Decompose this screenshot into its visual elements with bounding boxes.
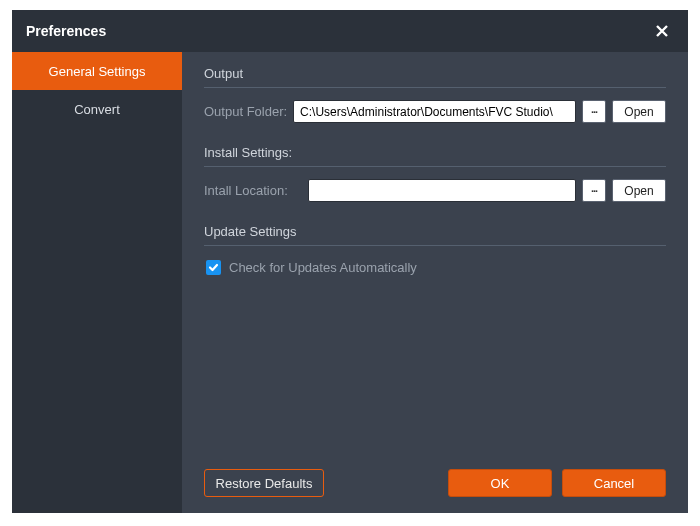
auto-update-label: Check for Updates Automatically — [229, 260, 417, 275]
restore-defaults-button[interactable]: Restore Defaults — [204, 469, 324, 497]
install-location-label: Intall Location: — [204, 183, 302, 198]
tab-general-settings[interactable]: General Settings — [12, 52, 182, 90]
install-location-row: Intall Location: ··· Open — [204, 179, 666, 202]
ellipsis-icon: ··· — [591, 185, 597, 197]
auto-update-checkbox[interactable] — [206, 260, 221, 275]
install-browse-button[interactable]: ··· — [582, 179, 606, 202]
titlebar: Preferences — [12, 10, 688, 52]
output-folder-row: Output Folder: ··· Open — [204, 100, 666, 123]
close-button[interactable] — [650, 19, 674, 43]
footer: Restore Defaults OK Cancel — [204, 459, 666, 497]
ok-button[interactable]: OK — [448, 469, 552, 497]
output-browse-button[interactable]: ··· — [582, 100, 606, 123]
update-section-title: Update Settings — [204, 224, 666, 246]
output-folder-input[interactable] — [293, 100, 576, 123]
install-open-button[interactable]: Open — [612, 179, 666, 202]
auto-update-row: Check for Updates Automatically — [204, 260, 666, 275]
tab-label: General Settings — [49, 64, 146, 79]
dialog-title: Preferences — [26, 23, 106, 39]
close-icon — [655, 24, 669, 38]
check-icon — [208, 262, 219, 273]
install-location-input[interactable] — [308, 179, 576, 202]
tab-label: Convert — [74, 102, 120, 117]
preferences-dialog: Preferences General Settings Convert Out… — [12, 10, 688, 513]
cancel-button[interactable]: Cancel — [562, 469, 666, 497]
tab-convert[interactable]: Convert — [12, 90, 182, 128]
button-label: Restore Defaults — [216, 476, 313, 491]
sidebar: General Settings Convert — [12, 52, 182, 513]
button-label: Open — [624, 105, 653, 119]
button-label: Cancel — [594, 476, 634, 491]
install-section-title: Install Settings: — [204, 145, 666, 167]
ellipsis-icon: ··· — [591, 106, 597, 118]
output-section-title: Output — [204, 66, 666, 88]
output-open-button[interactable]: Open — [612, 100, 666, 123]
button-label: OK — [491, 476, 510, 491]
output-folder-label: Output Folder: — [204, 104, 287, 119]
button-label: Open — [624, 184, 653, 198]
content-pane: Output Output Folder: ··· Open Install S… — [182, 52, 688, 513]
